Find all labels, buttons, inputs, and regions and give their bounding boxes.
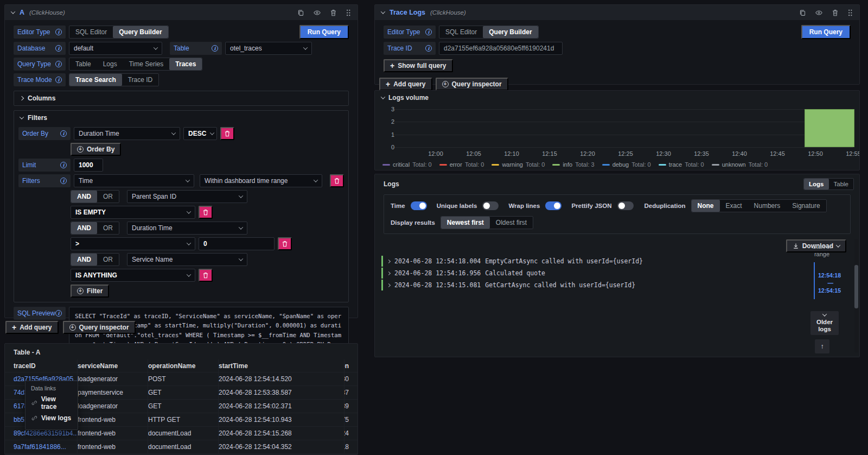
run-query-button[interactable]: Run Query bbox=[801, 25, 851, 39]
info-icon[interactable] bbox=[60, 130, 67, 137]
and-option[interactable]: AND bbox=[71, 254, 97, 266]
add-filter-button[interactable]: Filter bbox=[71, 285, 109, 298]
scroll-to-top-button[interactable]: ↑ bbox=[815, 339, 829, 353]
filter-operator-select[interactable]: IS ANYTHING bbox=[71, 269, 195, 282]
filter-value-input[interactable]: 0 bbox=[199, 237, 275, 250]
collapse-chevron-icon[interactable] bbox=[11, 9, 15, 14]
chevron-down-icon[interactable] bbox=[381, 94, 385, 99]
log-row[interactable]: 2024-06-28 12:54:16.956 Calculated quote bbox=[381, 268, 793, 279]
remove-filter-button[interactable] bbox=[330, 174, 344, 187]
legend-item[interactable]: error Total: 0 bbox=[439, 161, 484, 168]
query-type-option[interactable]: Traces bbox=[169, 58, 202, 70]
or-option[interactable]: OR bbox=[97, 254, 119, 266]
query-inspector-button[interactable]: Query inspector bbox=[63, 321, 136, 334]
column-header[interactable]: startTime bbox=[219, 359, 344, 372]
remove-filter-button[interactable] bbox=[199, 206, 213, 219]
and-option[interactable]: AND bbox=[71, 222, 97, 234]
query-inspector-button[interactable]: Query inspector bbox=[436, 78, 508, 91]
add-order-by-button[interactable]: Order By bbox=[71, 143, 121, 156]
expand-log-chevron-icon[interactable] bbox=[387, 259, 391, 263]
filter-time-range-select[interactable]: Within dashboard time range bbox=[200, 174, 322, 187]
info-icon[interactable] bbox=[425, 45, 432, 52]
info-icon[interactable] bbox=[55, 77, 62, 83]
filter-operator-select[interactable]: IS EMPTY bbox=[71, 206, 195, 219]
order-by-field-select[interactable]: Duration Time bbox=[74, 127, 180, 140]
column-header[interactable]: serviceName bbox=[78, 359, 148, 372]
remove-order-by-button[interactable] bbox=[220, 127, 234, 140]
display-results-option[interactable]: Newest first bbox=[441, 217, 490, 229]
drag-handle-icon[interactable] bbox=[346, 9, 351, 17]
older-logs-button[interactable]: Older logs bbox=[810, 311, 839, 335]
columns-section-header[interactable]: Columns bbox=[14, 91, 348, 105]
legend-item[interactable]: debug Total: 0 bbox=[602, 161, 651, 168]
dedup-option[interactable]: None bbox=[692, 200, 720, 212]
and-option[interactable]: AND bbox=[71, 191, 97, 203]
view-toggle-option[interactable]: Logs bbox=[804, 179, 828, 189]
logs-scrollbar-handle[interactable] bbox=[854, 265, 858, 308]
filter-field-select[interactable]: Duration Time bbox=[127, 222, 247, 235]
info-icon[interactable] bbox=[60, 162, 67, 168]
unique-labels-toggle[interactable] bbox=[482, 201, 499, 210]
legend-item[interactable]: info Total: 3 bbox=[552, 161, 594, 168]
log-range-scrollbar[interactable]: 12:54:18 — 12:54:15 bbox=[814, 262, 841, 299]
dedup-option[interactable]: Exact bbox=[720, 200, 748, 212]
info-icon[interactable] bbox=[425, 29, 432, 35]
table-select[interactable]: otel_traces bbox=[225, 42, 312, 55]
filters-section-header[interactable]: Filters bbox=[14, 111, 348, 125]
panel-title[interactable]: Table - A bbox=[14, 349, 40, 356]
run-query-button[interactable]: Run Query bbox=[299, 25, 349, 39]
dedup-option[interactable]: Numbers bbox=[748, 200, 787, 212]
prettify-json-toggle[interactable] bbox=[617, 201, 634, 210]
hide-response-icon[interactable] bbox=[815, 9, 823, 16]
duplicate-icon[interactable] bbox=[799, 9, 806, 16]
filter-field-select-time[interactable]: Time bbox=[74, 174, 194, 187]
panel-title[interactable]: Logs volume bbox=[388, 94, 429, 102]
hide-response-icon[interactable] bbox=[313, 9, 321, 16]
collapse-chevron-icon[interactable] bbox=[381, 9, 385, 14]
panel-title[interactable]: Logs bbox=[384, 180, 399, 188]
delete-query-icon[interactable] bbox=[330, 9, 337, 16]
editor-type-option[interactable]: SQL Editor bbox=[439, 26, 483, 38]
query-type-option[interactable]: Logs bbox=[97, 58, 123, 70]
column-header[interactable]: traceID bbox=[14, 359, 78, 372]
trace-id-input[interactable]: d2a7155ef6a928a05680e5ff6190241d bbox=[439, 42, 563, 55]
expand-log-chevron-icon[interactable] bbox=[387, 283, 391, 287]
show-full-query-button[interactable]: Show full query bbox=[384, 59, 453, 72]
add-query-button[interactable]: Add query bbox=[5, 321, 59, 334]
info-icon[interactable] bbox=[60, 178, 67, 184]
column-header[interactable]: duration bbox=[344, 359, 349, 372]
dedup-option[interactable]: Signature bbox=[786, 200, 826, 212]
or-option[interactable]: OR bbox=[97, 191, 119, 203]
view-trace-link[interactable]: View trace bbox=[31, 395, 72, 410]
trace-mode-option[interactable]: Trace ID bbox=[122, 74, 159, 86]
add-query-button[interactable]: Add query bbox=[379, 78, 432, 91]
filter-field-select[interactable]: Service Name bbox=[127, 253, 247, 266]
filter-field-select[interactable]: Parent Span ID bbox=[127, 190, 247, 203]
trace-id-link[interactable]: 89cf4286e631591b4... bbox=[14, 429, 78, 437]
legend-item[interactable]: warning Total: 0 bbox=[492, 161, 545, 168]
info-icon[interactable] bbox=[55, 61, 62, 67]
info-icon[interactable] bbox=[55, 310, 62, 317]
limit-input[interactable]: 1000 bbox=[74, 159, 103, 172]
view-toggle-option[interactable]: Table bbox=[829, 179, 854, 189]
logs-scrollbar-track[interactable] bbox=[854, 239, 858, 352]
info-icon[interactable] bbox=[212, 45, 218, 52]
logs-volume-bar[interactable] bbox=[805, 109, 854, 147]
database-select[interactable]: default bbox=[69, 42, 162, 55]
query-type-option[interactable]: Table bbox=[69, 58, 97, 70]
expand-log-chevron-icon[interactable] bbox=[387, 271, 391, 275]
query-row-header-trace-logs[interactable]: Trace Logs (ClickHouse) bbox=[375, 5, 859, 20]
log-row[interactable]: 2024-06-28 12:54:18.004 EmptyCartAsync c… bbox=[381, 256, 793, 267]
remove-filter-button[interactable] bbox=[199, 269, 213, 282]
info-icon[interactable] bbox=[55, 45, 62, 52]
filter-operator-select[interactable]: > bbox=[71, 237, 195, 250]
wrap-lines-toggle[interactable] bbox=[545, 201, 561, 210]
legend-item[interactable]: unknown Total: 0 bbox=[712, 161, 768, 168]
legend-item[interactable]: critical Total: 0 bbox=[382, 161, 432, 168]
drag-handle-icon[interactable] bbox=[847, 9, 853, 17]
trace-id-link[interactable]: 9a7faf61841886... bbox=[14, 443, 66, 451]
query-type-option[interactable]: Time Series bbox=[123, 58, 170, 70]
legend-item[interactable]: trace Total: 0 bbox=[659, 161, 704, 168]
column-header[interactable]: operationName bbox=[148, 359, 219, 372]
query-row-header-a[interactable]: A (ClickHouse) bbox=[5, 5, 358, 20]
